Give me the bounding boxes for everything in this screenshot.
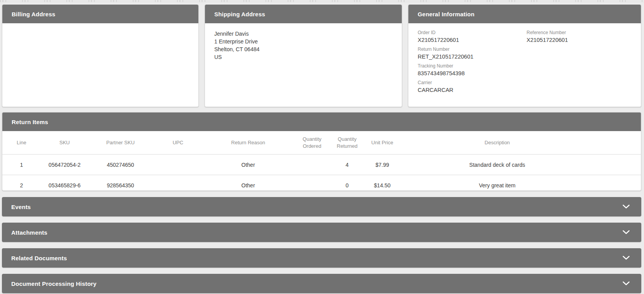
address-cards-row: Billing Address Shipping Address Jennife…: [0, 2, 644, 107]
tracking-number-value: 835743498754398: [418, 70, 523, 76]
chevron-down-icon[interactable]: [623, 256, 630, 260]
cell-quantity-ordered: [293, 175, 331, 191]
return-items-panel: Return Items Line SKU Partner SKU UPC Re…: [2, 112, 641, 191]
return-items-table: Line SKU Partner SKU UPC Return Reason Q…: [2, 131, 641, 191]
cell-spacer: [593, 175, 641, 191]
column-header-sku: SKU: [41, 131, 89, 154]
tracking-number-label: Tracking Number: [418, 63, 523, 69]
table-row: 1 056472054-2 450274650 Other 4 $7.99 St…: [2, 154, 641, 175]
order-id-value: X210517220601: [418, 37, 523, 43]
cell-unit-price: $7.99: [363, 154, 401, 175]
cell-quantity-returned: 0: [331, 175, 363, 191]
return-items-title: Return Items: [12, 119, 48, 125]
shipping-address-city: Shelton, CT 06484: [214, 45, 392, 53]
table-header-row: Line SKU Partner SKU UPC Return Reason Q…: [2, 131, 641, 154]
cell-quantity-returned: 4: [331, 154, 363, 175]
carrier-label: Carrier: [418, 80, 523, 85]
shipping-address-country: US: [214, 53, 392, 61]
return-number-value: RET_X210517220601: [418, 54, 523, 60]
cell-upc: [153, 175, 204, 191]
section-related-documents[interactable]: Related Documents: [2, 248, 641, 268]
shipping-address-body: Jennifer Davis 1 Enterprise Drive Shelto…: [205, 23, 402, 67]
billing-address-title: Billing Address: [12, 11, 55, 17]
section-document-processing-history-title: Document Processing History: [11, 280, 97, 287]
shipping-address-name: Jennifer Davis: [214, 30, 392, 38]
chevron-down-icon[interactable]: [623, 230, 630, 235]
chevron-down-icon[interactable]: [623, 282, 630, 286]
cell-description: Very great item: [401, 175, 593, 191]
cell-partner-sku: 450274650: [89, 154, 153, 175]
column-header-unit-price: Unit Price: [363, 131, 401, 154]
cell-unit-price: $14.50: [363, 175, 401, 191]
shipping-address-card: Shipping Address Jennifer Davis 1 Enterp…: [205, 4, 402, 107]
cell-line: 2: [2, 175, 41, 191]
field-reference-number: Reference Number X210517220601: [527, 30, 632, 43]
cell-sku: 053465829-6: [41, 175, 89, 191]
field-carrier: Carrier CARCARCAR: [418, 80, 523, 93]
field-tracking-number: Tracking Number 835743498754398: [418, 63, 523, 76]
order-id-label: Order ID: [418, 30, 523, 35]
cell-return-reason: Other: [203, 175, 293, 191]
cell-description: Standard deck of cards: [401, 154, 593, 175]
general-information-title: General Information: [418, 11, 474, 17]
shipping-address-title: Shipping Address: [214, 11, 265, 17]
section-related-documents-title: Related Documents: [11, 255, 67, 261]
chevron-down-icon[interactable]: [623, 205, 630, 209]
field-order-id: Order ID X210517220601: [418, 30, 523, 43]
billing-address-header: Billing Address: [2, 5, 198, 23]
billing-address-body: [2, 23, 198, 36]
cell-sku: 056472054-2: [41, 154, 89, 175]
return-items-header: Return Items: [2, 112, 641, 131]
section-events[interactable]: Events: [2, 197, 641, 216]
cell-return-reason: Other: [203, 154, 293, 175]
shipping-address-street: 1 Enterprise Drive: [214, 38, 392, 45]
column-header-line: Line: [2, 131, 41, 154]
general-information-body: Order ID X210517220601 Reference Number …: [408, 23, 641, 103]
column-header-quantity-returned: Quantity Returned: [331, 131, 363, 154]
cell-line: 1: [2, 154, 41, 175]
column-header-spacer: [593, 131, 641, 154]
section-attachments[interactable]: Attachments: [2, 223, 641, 242]
general-information-card: General Information Order ID X2105172206…: [408, 4, 641, 107]
section-document-processing-history[interactable]: Document Processing History: [2, 274, 641, 293]
cell-quantity-ordered: [293, 154, 331, 175]
field-return-number: Return Number RET_X210517220601: [418, 47, 523, 60]
shipping-address-header: Shipping Address: [205, 5, 402, 23]
column-header-upc: UPC: [153, 131, 204, 154]
column-header-description: Description: [401, 131, 593, 154]
section-events-title: Events: [11, 204, 31, 210]
cell-spacer: [593, 154, 641, 175]
column-header-partner-sku: Partner SKU: [89, 131, 153, 154]
cell-partner-sku: 928564350: [89, 175, 153, 191]
cell-upc: [153, 154, 204, 175]
carrier-value: CARCARCAR: [418, 87, 523, 93]
column-header-return-reason: Return Reason: [203, 131, 293, 154]
billing-address-card: Billing Address: [2, 4, 199, 107]
reference-number-label: Reference Number: [527, 30, 632, 35]
return-number-label: Return Number: [418, 47, 523, 52]
general-information-header: General Information: [408, 5, 641, 23]
reference-number-value: X210517220601: [527, 37, 632, 43]
table-row: 2 053465829-6 928564350 Other 0 $14.50 V…: [2, 175, 641, 191]
column-header-quantity-ordered: Quantity Ordered: [293, 131, 331, 154]
section-attachments-title: Attachments: [11, 229, 47, 236]
